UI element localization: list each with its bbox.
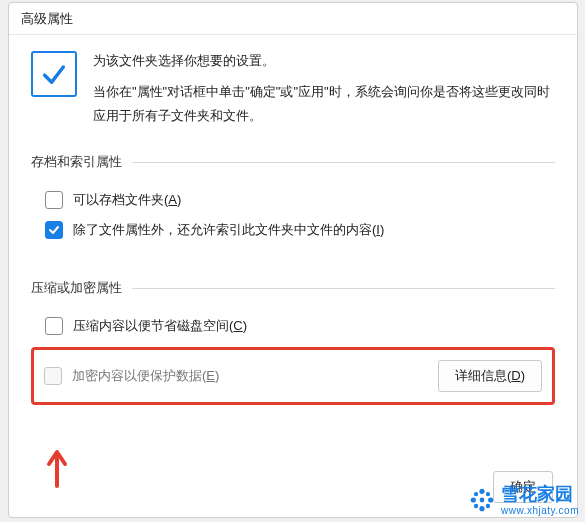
archive-checkbox[interactable] xyxy=(45,191,63,209)
dialog-title: 高级属性 xyxy=(21,10,73,28)
index-label: 除了文件属性外，还允许索引此文件夹中文件的内容(I) xyxy=(73,221,384,239)
svg-point-0 xyxy=(479,489,484,494)
watermark-brand: 雪花家园 xyxy=(501,485,579,504)
details-button[interactable]: 详细信息(D) xyxy=(438,360,542,392)
svg-point-5 xyxy=(486,492,490,496)
svg-point-4 xyxy=(474,492,478,496)
dialog-content: 为该文件夹选择你想要的设置。 当你在"属性"对话框中单击"确定"或"应用"时，系… xyxy=(9,35,577,517)
header-text: 为该文件夹选择你想要的设置。 当你在"属性"对话框中单击"确定"或"应用"时，系… xyxy=(93,49,555,129)
svg-point-3 xyxy=(488,498,493,503)
compress-checkbox[interactable] xyxy=(45,317,63,335)
index-checkbox[interactable] xyxy=(45,221,63,239)
watermark: 雪花家园 www.xhjaty.com xyxy=(469,485,579,516)
watermark-url: www.xhjaty.com xyxy=(501,506,579,517)
divider xyxy=(132,162,555,163)
archive-option[interactable]: 可以存档文件夹(A) xyxy=(31,185,555,215)
snowflake-icon xyxy=(469,487,495,513)
compress-group-header: 压缩或加密属性 xyxy=(31,279,555,297)
titlebar: 高级属性 xyxy=(9,3,577,35)
svg-point-8 xyxy=(480,498,485,503)
svg-point-2 xyxy=(471,498,476,503)
close-button[interactable] xyxy=(531,5,567,33)
svg-point-6 xyxy=(474,504,478,508)
divider xyxy=(132,288,555,289)
index-option[interactable]: 除了文件属性外，还允许索引此文件夹中文件的内容(I) xyxy=(31,215,555,245)
header-line-2: 当你在"属性"对话框中单击"确定"或"应用"时，系统会询问你是否将这些更改同时应… xyxy=(93,80,555,129)
encrypt-label: 加密内容以便保护数据(E) xyxy=(72,367,219,385)
svg-point-1 xyxy=(479,506,484,511)
compress-label: 压缩内容以便节省磁盘空间(C) xyxy=(73,317,247,335)
archive-index-group: 存档和索引属性 可以存档文件夹(A) 除了文件属性外，还允许索引此文件夹中文件的… xyxy=(31,153,555,245)
compress-encrypt-group: 压缩或加密属性 压缩内容以便节省磁盘空间(C) 加密内容以便保护数据(E) 详细… xyxy=(31,279,555,405)
archive-group-header: 存档和索引属性 xyxy=(31,153,555,171)
svg-point-7 xyxy=(486,504,490,508)
archive-group-title: 存档和索引属性 xyxy=(31,153,122,171)
advanced-attributes-dialog: 高级属性 为该文件夹选择你想要的设置。 当你在"属性"对话框中单击"确定"或"应… xyxy=(8,2,578,518)
folder-check-icon xyxy=(31,51,77,97)
header-row: 为该文件夹选择你想要的设置。 当你在"属性"对话框中单击"确定"或"应用"时，系… xyxy=(31,49,555,129)
header-line-1: 为该文件夹选择你想要的设置。 xyxy=(93,49,555,74)
compress-group-title: 压缩或加密属性 xyxy=(31,279,122,297)
encrypt-highlight-box: 加密内容以便保护数据(E) 详细信息(D) xyxy=(31,347,555,405)
encrypt-checkbox[interactable] xyxy=(44,367,62,385)
archive-label: 可以存档文件夹(A) xyxy=(73,191,181,209)
compress-option[interactable]: 压缩内容以便节省磁盘空间(C) xyxy=(31,311,555,341)
